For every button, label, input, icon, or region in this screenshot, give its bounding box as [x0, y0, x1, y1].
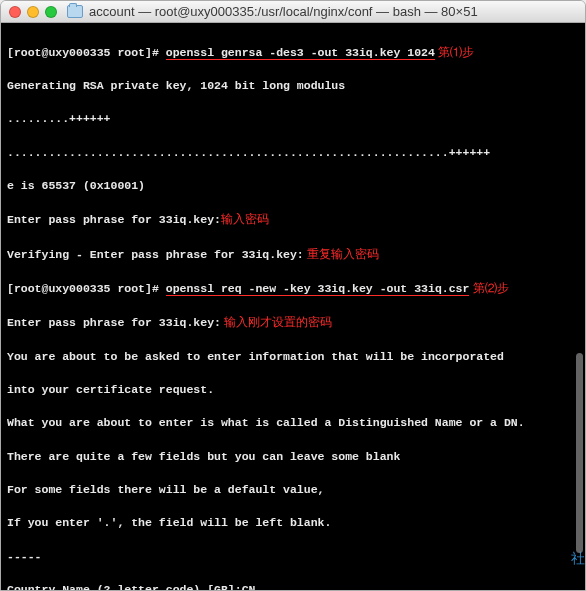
window-title: account — root@uxy000335:/usr/local/ngin…: [89, 4, 478, 19]
annotation-repeat-pw: 重复输入密码: [304, 248, 379, 260]
annotation-enter-pw: 输入密码: [221, 213, 269, 225]
terminal-window: account — root@uxy000335:/usr/local/ngin…: [0, 0, 586, 591]
watermark: 社: [571, 548, 585, 568]
command-2: openssl req -new -key 33iq.key -out 33iq…: [166, 282, 470, 296]
minimize-icon[interactable]: [27, 6, 39, 18]
input-country: CN: [242, 583, 256, 590]
close-icon[interactable]: [9, 6, 21, 18]
terminal-body[interactable]: [root@uxy000335 root]# openssl genrsa -d…: [1, 23, 585, 590]
traffic-lights: [9, 6, 57, 18]
zoom-icon[interactable]: [45, 6, 57, 18]
annotation-enter-set-pw: 输入刚才设置的密码: [221, 316, 332, 328]
folder-icon: [67, 5, 83, 18]
annotation-step2: 第⑵步: [469, 282, 508, 294]
titlebar[interactable]: account — root@uxy000335:/usr/local/ngin…: [1, 1, 585, 23]
command-1: openssl genrsa -des3 -out 33iq.key 1024: [166, 46, 435, 60]
annotation-step1: 第⑴步: [435, 46, 474, 58]
scrollbar[interactable]: [576, 353, 583, 553]
